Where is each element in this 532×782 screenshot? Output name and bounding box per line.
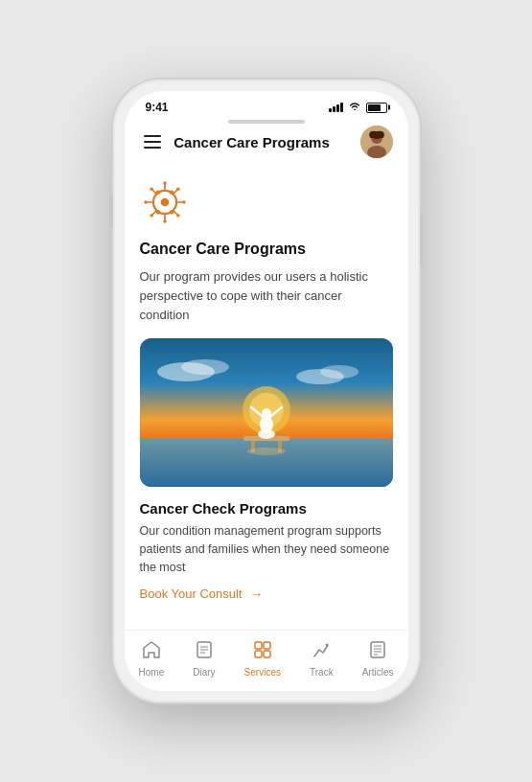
svg-point-24: [155, 210, 159, 214]
track-icon: [312, 640, 331, 664]
articles-icon: [368, 640, 387, 664]
book-consult-label: Book Your Consult: [140, 586, 243, 601]
app-header: Cancer Care Programs: [125, 118, 408, 166]
svg-point-22: [155, 190, 159, 194]
svg-point-15: [150, 187, 152, 190]
svg-point-17: [176, 187, 179, 190]
hero-image: [140, 338, 393, 487]
phone-notch: [228, 120, 305, 124]
signal-icon: [329, 103, 343, 112]
diary-icon: [195, 640, 214, 664]
nav-label-track: Track: [310, 667, 334, 678]
virus-icon: [140, 177, 190, 227]
svg-point-7: [163, 181, 166, 184]
svg-point-9: [163, 219, 166, 222]
section-title: Cancer Care Programs: [140, 241, 393, 258]
svg-point-5: [160, 198, 169, 207]
svg-point-23: [169, 190, 173, 194]
nav-item-services[interactable]: Services: [237, 638, 289, 679]
phone-screen: 9:41: [125, 91, 408, 691]
svg-point-21: [176, 214, 179, 217]
nav-label-services: Services: [244, 667, 281, 678]
services-icon: [253, 640, 272, 664]
card-title: Cancer Check Programs: [140, 500, 393, 517]
arrow-right-icon: →: [249, 586, 263, 602]
nav-label-diary: Diary: [193, 667, 215, 678]
svg-point-19: [150, 214, 152, 217]
bottom-navigation: Home Diary: [125, 630, 408, 691]
header-title: Cancer Care Programs: [144, 134, 360, 150]
status-icons: [329, 101, 387, 114]
svg-point-41: [258, 429, 275, 439]
battery-icon: [366, 103, 387, 113]
svg-line-18: [152, 211, 156, 215]
svg-point-42: [247, 448, 286, 455]
svg-line-16: [173, 190, 176, 194]
svg-rect-50: [264, 651, 270, 657]
hero-bg: [140, 338, 393, 487]
wifi-icon: [348, 101, 361, 114]
nav-item-home[interactable]: Home: [131, 638, 173, 679]
nav-item-diary[interactable]: Diary: [185, 638, 222, 679]
svg-rect-49: [255, 651, 262, 657]
program-icon-container: [140, 177, 393, 241]
nav-item-track[interactable]: Track: [302, 638, 341, 679]
status-bar: 9:41: [125, 91, 408, 118]
svg-point-25: [169, 210, 173, 214]
svg-point-31: [181, 359, 229, 375]
book-consult-link[interactable]: Book Your Consult →: [140, 586, 393, 602]
nav-label-home: Home: [139, 667, 165, 678]
svg-point-33: [320, 365, 359, 379]
home-icon: [142, 640, 161, 664]
svg-point-13: [182, 200, 185, 203]
phone-frame: 9:41: [113, 80, 420, 702]
svg-point-11: [144, 200, 147, 203]
svg-line-20: [173, 211, 176, 215]
avatar[interactable]: [360, 126, 393, 158]
svg-rect-48: [264, 642, 270, 649]
svg-rect-27: [140, 439, 393, 487]
svg-line-14: [152, 190, 156, 194]
nav-label-articles: Articles: [362, 667, 394, 678]
status-time: 9:41: [146, 101, 169, 114]
main-content: Cancer Care Programs Our program provide…: [125, 166, 408, 630]
svg-rect-47: [255, 642, 262, 649]
section-desc: Our program provides our users a holisti…: [140, 267, 393, 325]
nav-item-articles[interactable]: Articles: [355, 638, 402, 679]
card-desc: Our condition management program support…: [140, 522, 393, 576]
